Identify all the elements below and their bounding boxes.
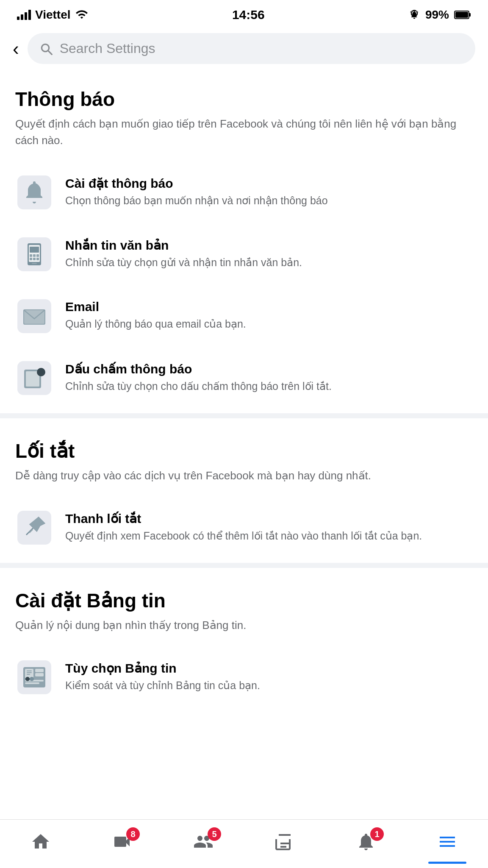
divider-2 — [0, 563, 488, 568]
svg-rect-1 — [469, 13, 471, 17]
menu-title-newsfeed-options: Tùy chọn Bảng tin — [65, 661, 473, 676]
menu-text-notification-settings: Cài đặt thông báo Chọn thông báo bạn muố… — [65, 173, 473, 208]
status-time: 14:56 — [232, 8, 265, 22]
divider-1 — [0, 413, 488, 418]
svg-rect-15 — [33, 258, 36, 260]
svg-rect-16 — [36, 258, 39, 260]
svg-rect-31 — [27, 674, 30, 675]
friends-badge: 5 — [208, 827, 221, 841]
search-placeholder: Search Settings — [60, 41, 155, 56]
menu-text-dot-badge: Dấu chấm thông báo Chỉnh sửa tùy chọn ch… — [65, 359, 473, 394]
menu-text-shortcut-bar: Thanh lối tắt Quyết định xem Facebook có… — [65, 509, 473, 543]
svg-point-23 — [37, 368, 45, 376]
svg-rect-11 — [30, 254, 32, 257]
marketplace-icon — [274, 831, 296, 853]
menu-item-dot-badge[interactable]: Dấu chấm thông báo Chỉnh sửa tùy chọn ch… — [0, 347, 488, 409]
svg-rect-28 — [25, 669, 33, 678]
wifi-icon — [75, 8, 89, 22]
menu-text-sms: Nhắn tin văn bản Chỉnh sửa tùy chọn gửi … — [65, 235, 473, 270]
menu-item-newsfeed-options[interactable]: Tùy chọn Bảng tin Kiểm soát và tùy chỉnh… — [0, 646, 488, 708]
svg-rect-13 — [36, 254, 39, 257]
search-bar[interactable]: Search Settings — [28, 33, 475, 64]
menu-item-email[interactable]: Email Quản lý thông báo qua email của bạ… — [0, 285, 488, 347]
svg-rect-32 — [35, 669, 44, 672]
menu-subtitle-notification-settings: Chọn thông báo bạn muốn nhận và nơi nhận… — [65, 193, 473, 208]
section-shortcuts-desc: Dễ dàng truy cập vào các dịch vụ trên Fa… — [15, 467, 473, 484]
menu-subtitle-dot-badge: Chỉnh sửa tùy chọn cho dấu chấm thông bá… — [65, 379, 473, 394]
nav-home[interactable] — [17, 827, 64, 856]
menu-title-email: Email — [65, 300, 473, 314]
battery-icon — [454, 10, 471, 20]
svg-rect-2 — [455, 12, 468, 18]
menu-text-email: Email Quản lý thông báo qua email của bạ… — [65, 297, 473, 331]
svg-point-37 — [30, 677, 34, 681]
svg-rect-14 — [30, 258, 32, 260]
menu-subtitle-shortcut-bar: Quyết định xem Facebook có thể thêm lối … — [65, 529, 473, 543]
status-left: Viettel — [17, 8, 89, 22]
menu-subtitle-sms: Chỉnh sửa tùy chọn gửi và nhận tin nhắn … — [65, 255, 473, 270]
nav-menu[interactable] — [424, 827, 471, 856]
video-badge: 8 — [126, 827, 140, 841]
battery-percent: 99% — [425, 8, 449, 22]
menu-item-shortcut-bar[interactable]: Thanh lối tắt Quyết định xem Facebook có… — [0, 497, 488, 559]
section-notifications-title: Thông báo — [15, 88, 473, 111]
svg-point-36 — [25, 677, 30, 681]
nav-notifications[interactable]: 1 — [342, 827, 390, 856]
menu-icon — [436, 831, 458, 853]
menu-item-notification-settings[interactable]: Cài đặt thông báo Chọn thông báo bạn muố… — [0, 161, 488, 223]
content: Thông báo Quyết định cách bạn muốn giao … — [0, 71, 488, 708]
back-button[interactable]: ‹ — [13, 39, 19, 58]
carrier-label: Viettel — [35, 8, 71, 22]
section-shortcuts: Lối tắt Dễ dàng truy cập vào các dịch vụ… — [0, 423, 488, 497]
menu-title-shortcut-bar: Thanh lối tắt — [65, 511, 473, 526]
search-icon — [39, 42, 53, 56]
section-notifications-desc: Quyết định cách bạn muốn giao tiếp trên … — [15, 116, 473, 149]
status-right: 99% — [408, 8, 471, 22]
notifications-badge: 1 — [370, 827, 384, 841]
menu-title-dot-badge: Dấu chấm thông báo — [65, 362, 473, 376]
section-newsfeed-title: Cài đặt Bảng tin — [15, 589, 473, 612]
svg-rect-30 — [27, 672, 32, 673]
menu-subtitle-email: Quản lý thông báo qua email của bạn. — [65, 317, 473, 331]
menu-subtitle-newsfeed-options: Kiểm soát và tùy chỉnh Bảng tin của bạn. — [65, 678, 473, 693]
nav-marketplace[interactable] — [261, 827, 308, 856]
section-newsfeed-desc: Quản lý nội dung bạn nhìn thấy trong Bản… — [15, 617, 473, 634]
newsfeed-icon — [15, 658, 53, 696]
menu-title-sms: Nhắn tin văn bản — [65, 238, 473, 253]
section-newsfeed: Cài đặt Bảng tin Quản lý nội dung bạn nh… — [0, 572, 488, 646]
home-icon — [30, 831, 52, 853]
dot-badge-icon — [15, 359, 53, 397]
section-notifications: Thông báo Quyết định cách bạn muốn giao … — [0, 71, 488, 161]
menu-item-sms[interactable]: Nhắn tin văn bản Chỉnh sửa tùy chọn gửi … — [0, 223, 488, 285]
svg-rect-33 — [35, 673, 44, 676]
svg-rect-29 — [27, 670, 32, 671]
bottom-navigation: 8 5 1 — [0, 819, 488, 868]
phone-icon — [15, 235, 53, 273]
svg-rect-10 — [30, 247, 39, 253]
nav-friends[interactable]: 5 — [180, 827, 227, 856]
svg-rect-35 — [25, 682, 39, 684]
menu-text-newsfeed-options: Tùy chọn Bảng tin Kiểm soát và tùy chỉnh… — [65, 658, 473, 693]
signal-icon — [17, 10, 31, 20]
menu-title-notification-settings: Cài đặt thông báo — [65, 176, 473, 191]
svg-line-4 — [48, 50, 52, 54]
section-shortcuts-title: Lối tắt — [15, 440, 473, 462]
header: ‹ Search Settings — [0, 26, 488, 71]
nav-video[interactable]: 8 — [98, 827, 146, 856]
status-bar: Viettel 14:56 99% — [0, 0, 488, 26]
pin-icon — [15, 509, 53, 547]
email-icon — [15, 297, 53, 335]
svg-rect-9 — [32, 263, 37, 264]
alarm-icon — [408, 9, 420, 21]
svg-rect-12 — [33, 254, 36, 257]
bell-icon — [15, 173, 53, 211]
